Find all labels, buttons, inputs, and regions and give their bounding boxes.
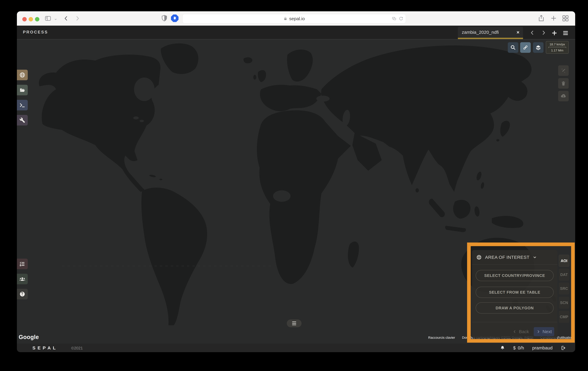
aoi-panel-header[interactable]: AREA OF INTEREST xyxy=(472,250,557,265)
window-minimize-button[interactable] xyxy=(29,17,33,21)
nav-title: PROCESS xyxy=(23,30,48,34)
users-icon xyxy=(19,276,25,282)
address-bar-icons xyxy=(392,16,403,21)
folder-icon xyxy=(19,87,25,93)
globe-icon xyxy=(19,72,25,78)
terminal-icon xyxy=(19,102,25,108)
world-map[interactable]: 18.7 km/px 1.17 Mm Google Raccourcis cla… xyxy=(17,40,575,344)
step-tab-scn[interactable]: SCN xyxy=(559,297,569,309)
tool-delete-button[interactable] xyxy=(558,78,569,89)
aoi-panel: AREA OF INTEREST SELECT COUNTRY/PROVINCE… xyxy=(472,250,557,339)
magic-wand-icon xyxy=(561,68,566,73)
map-menu-pill[interactable] xyxy=(287,319,302,327)
copyright: ©2021 xyxy=(71,346,83,350)
tool-wand-button[interactable] xyxy=(558,65,569,76)
map-search-button[interactable] xyxy=(508,42,518,53)
add-tab-icon[interactable] xyxy=(551,30,558,36)
tab-next-icon[interactable] xyxy=(540,30,547,36)
hamburger-icon xyxy=(292,321,296,322)
nav-files-button[interactable] xyxy=(17,85,28,95)
browser-window: sepal.io PROCESS zambia_2020_ndfi × xyxy=(17,11,575,352)
url-text: sepal.io xyxy=(289,16,305,21)
step-tab-aoi[interactable]: AOI xyxy=(559,255,569,267)
google-logo: Google xyxy=(19,334,39,340)
tab-list-menu-icon[interactable] xyxy=(562,30,569,36)
task-list-icon xyxy=(20,261,25,267)
aoi-panel-title: AREA OF INTEREST xyxy=(485,255,529,260)
window-zoom-button[interactable] xyxy=(35,17,39,21)
sidebar-menu-chevron-icon[interactable] xyxy=(54,18,57,21)
dollar-glyph: $ xyxy=(513,345,516,350)
scale-resolution: 18.7 km/px xyxy=(550,42,565,46)
nav-tasks-button[interactable] xyxy=(17,259,28,269)
forward-button[interactable] xyxy=(74,15,81,22)
map-layers-button[interactable] xyxy=(533,42,544,53)
tool-download-button[interactable] xyxy=(558,91,569,101)
app-top-bar: PROCESS zambia_2020_ndfi × xyxy=(17,26,575,40)
step-tab-dat[interactable]: DAT xyxy=(559,269,569,281)
scale-distance: 1.17 Mm xyxy=(551,49,563,52)
nav-help-button[interactable] xyxy=(17,289,28,299)
tab-previous-icon[interactable] xyxy=(529,30,536,36)
nav-users-button[interactable] xyxy=(17,274,28,284)
map-link-button[interactable] xyxy=(520,42,531,53)
status-right-cluster: $ 0/h prambaud xyxy=(500,344,566,352)
help-icon xyxy=(20,291,25,297)
step-tab-cmp[interactable]: CMP xyxy=(559,311,569,323)
link-icon xyxy=(523,45,528,50)
keyboard-shortcuts-link[interactable]: Raccourcis clavier xyxy=(428,336,455,340)
logout-icon[interactable] xyxy=(561,345,566,350)
window-close-button[interactable] xyxy=(22,17,27,21)
next-button[interactable]: Next xyxy=(534,327,554,336)
privacy-shield-icon[interactable] xyxy=(160,14,168,22)
content-blocker-extension-icon[interactable] xyxy=(171,14,178,22)
nav-apps-button[interactable] xyxy=(17,115,28,126)
map-scale-indicator: 18.7 km/px 1.17 Mm xyxy=(546,41,569,54)
chevron-left-icon xyxy=(513,329,517,334)
notifications-bell-icon[interactable] xyxy=(500,345,505,350)
browser-toolbar: sepal.io xyxy=(17,11,575,26)
search-icon xyxy=(510,45,516,50)
select-country-button[interactable]: SELECT COUNTRY/PROVINCE xyxy=(476,270,554,281)
trash-icon xyxy=(561,81,566,86)
footer-status-bar: SEPAL ©2021 $ 0/h prambaud xyxy=(17,344,575,352)
cloud-download-icon xyxy=(561,93,566,99)
globe-icon xyxy=(476,254,482,260)
lock-icon xyxy=(284,17,287,21)
process-tab[interactable]: zambia_2020_ndfi × xyxy=(458,27,523,39)
tab-overview-icon[interactable] xyxy=(561,14,569,22)
sepal-brand: SEPAL xyxy=(32,345,58,350)
scale-bracket xyxy=(548,47,566,48)
usage-rate[interactable]: $ 0/h xyxy=(513,345,524,350)
tab-close-button[interactable]: × xyxy=(516,30,519,35)
username[interactable]: prambaud xyxy=(532,345,553,350)
translate-icon[interactable] xyxy=(392,16,396,21)
tab-label[interactable]: zambia_2020_ndfi xyxy=(462,30,516,35)
back-button[interactable]: Back xyxy=(512,327,529,336)
chevron-right-icon xyxy=(536,329,540,334)
share-icon[interactable] xyxy=(537,14,545,22)
nav-globe-button[interactable] xyxy=(17,70,28,80)
wrench-icon xyxy=(20,117,25,123)
layers-icon xyxy=(536,45,541,50)
back-button[interactable] xyxy=(63,15,70,22)
address-bar[interactable]: sepal.io xyxy=(182,14,406,23)
aoi-panel-footer: Back Next xyxy=(472,322,557,339)
chevron-down-icon[interactable] xyxy=(533,255,537,260)
select-ee-table-button[interactable]: SELECT FROM EE TABLE xyxy=(476,287,554,298)
new-tab-icon[interactable] xyxy=(550,14,557,22)
draw-polygon-button[interactable]: DRAW A POLYGON xyxy=(476,302,554,314)
nav-terminal-button[interactable] xyxy=(17,100,28,110)
step-tab-src[interactable]: SRC xyxy=(559,283,569,295)
sidebar-toggle-icon[interactable] xyxy=(44,15,52,22)
reload-icon[interactable] xyxy=(399,16,403,21)
